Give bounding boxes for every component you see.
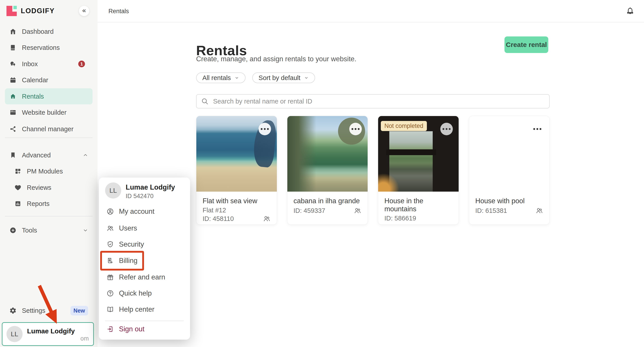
users-icon — [354, 207, 361, 214]
menu-user-name: Lumae Lodgify — [126, 183, 175, 192]
sidebar-item-label: Channel manager — [22, 126, 74, 133]
notifications-bell-icon[interactable] — [626, 7, 634, 16]
inbox-unread-badge: 1 — [78, 60, 85, 67]
sidebar-item-label: Rentals — [22, 93, 44, 100]
sidebar-item-label: PM Modules — [27, 168, 63, 175]
sidebar-item-inbox[interactable]: Inbox 1 — [5, 56, 92, 72]
home-icon — [10, 93, 16, 100]
filter-label: All rentals — [202, 74, 231, 82]
menu-item-quick-help[interactable]: Quick help — [102, 285, 187, 302]
user-account-menu: LL Lumae Lodgify ID 542470 My account Us… — [99, 178, 190, 340]
question-circle-icon — [106, 290, 114, 297]
sidebar-item-reports[interactable]: Reports — [5, 196, 92, 212]
menu-item-label: Help center — [119, 306, 154, 314]
search-icon — [201, 98, 209, 105]
card-options-button[interactable] — [349, 123, 362, 135]
chevron-down-icon — [234, 75, 239, 80]
menu-item-label: Sign out — [119, 325, 144, 333]
sidebar-item-advanced[interactable]: Advanced — [5, 147, 92, 163]
gear-icon — [10, 307, 16, 314]
card-options-button[interactable] — [258, 123, 271, 135]
menu-item-refer-and-earn[interactable]: Refer and earn — [102, 269, 187, 285]
card-options-button[interactable] — [440, 123, 453, 135]
users-icon — [536, 207, 543, 214]
sidebar-divider — [5, 138, 92, 138]
rental-id: ID: 459337 — [294, 207, 325, 214]
rental-card[interactable]: Flat with sea view Flat #12 ID: 458110 — [196, 116, 277, 225]
gift-icon — [106, 274, 114, 281]
sidebar-divider — [5, 216, 92, 216]
menu-account-id: ID 542470 — [126, 193, 154, 200]
sidebar-item-reviews[interactable]: Reviews — [5, 180, 92, 196]
user-name: Lumae Lodgify — [27, 327, 75, 335]
sidebar-item-settings[interactable]: Settings New — [5, 302, 92, 318]
sidebar-item-rentals[interactable]: Rentals — [5, 88, 92, 104]
sidebar-item-pm-modules[interactable]: PM Modules — [5, 163, 92, 179]
card-options-button[interactable] — [531, 123, 544, 135]
rental-title: cabana in ilha grande — [294, 197, 362, 205]
rental-card[interactable]: cabana in ilha grande ID: 459337 — [287, 116, 368, 225]
sidebar-item-tools[interactable]: Tools — [5, 222, 92, 238]
menu-item-security[interactable]: Security — [102, 236, 187, 252]
create-rental-button[interactable]: Create rental — [504, 36, 548, 53]
menu-item-sign-out[interactable]: Sign out — [102, 321, 187, 337]
sidebar: LODGIFY « Dashboard Reservations Inbox 1… — [0, 0, 98, 347]
menu-item-label: Refer and earn — [119, 273, 165, 281]
menu-item-users[interactable]: Users — [102, 220, 187, 236]
users-icon — [263, 215, 270, 222]
menu-item-label: Quick help — [119, 289, 152, 297]
sort-by-default[interactable]: Sort by default — [252, 72, 315, 83]
sidebar-collapse-button[interactable]: « — [79, 6, 89, 16]
heart-icon — [14, 184, 22, 191]
rental-id: ID: 586619 — [384, 215, 416, 222]
billing-receipt-icon — [106, 257, 114, 264]
sidebar-item-label: Reports — [27, 200, 50, 208]
rental-cards-grid: Flat with sea view Flat #12 ID: 458110 c… — [196, 116, 550, 225]
rental-id: ID: 458110 — [202, 215, 234, 222]
sidebar-item-channel-manager[interactable]: Channel manager — [5, 121, 92, 137]
filter-all-rentals[interactable]: All rentals — [196, 72, 246, 83]
sidebar-item-reservations[interactable]: Reservations — [5, 40, 92, 56]
sidebar-user-card[interactable]: LL Lumae Lodgify om — [2, 322, 94, 346]
sidebar-item-website-builder[interactable]: Website builder — [5, 104, 92, 120]
rental-card[interactable]: Not completed House in the mountains ID:… — [378, 116, 459, 225]
not-completed-badge: Not completed — [381, 121, 427, 131]
sidebar-item-label: Settings — [22, 307, 46, 314]
menu-item-label: Security — [119, 240, 144, 248]
card-info: Flat with sea view Flat #12 ID: 458110 — [196, 192, 277, 222]
calendar-icon — [10, 76, 16, 84]
avatar-initials: LL — [11, 330, 18, 338]
rental-card[interactable]: House with pool ID: 615381 — [469, 116, 550, 225]
avatar-initials: LL — [109, 187, 117, 194]
sidebar-item-label: Dashboard — [22, 28, 54, 35]
card-info: cabana in ilha grande ID: 459337 — [287, 192, 368, 214]
users-icon — [106, 224, 114, 232]
sidebar-item-label: Tools — [22, 227, 37, 234]
open-book-icon — [106, 306, 114, 313]
bookmark-icon — [10, 152, 16, 159]
menu-item-label: Users — [119, 224, 137, 232]
search-input[interactable] — [196, 94, 550, 108]
sidebar-item-label: Reservations — [22, 44, 60, 52]
sidebar-item-label: Advanced — [22, 152, 51, 159]
plus-circle-icon — [10, 227, 16, 234]
sidebar-item-calendar[interactable]: Calendar — [5, 72, 92, 88]
collapse-chevrons-icon: « — [82, 6, 86, 14]
chevron-down-icon — [83, 228, 88, 233]
rental-title: House in the mountains — [384, 197, 452, 213]
menu-item-label: My account — [119, 208, 154, 216]
sidebar-item-dashboard[interactable]: Dashboard — [5, 24, 92, 40]
breadcrumb: Rentals — [108, 0, 129, 22]
filters-row: All rentals Sort by default — [196, 72, 315, 83]
menu-item-my-account[interactable]: My account — [102, 204, 187, 220]
menu-item-billing[interactable]: Billing — [102, 253, 187, 269]
menu-item-help-center[interactable]: Help center — [102, 302, 187, 318]
chevron-up-icon — [83, 152, 88, 158]
rental-title: House with pool — [476, 197, 544, 205]
page-subtitle: Create, manage, and assign rentals to yo… — [196, 55, 356, 63]
chevron-down-icon — [304, 75, 309, 80]
sidebar-item-label: Reviews — [27, 184, 52, 192]
lodgify-app: LODGIFY « Dashboard Reservations Inbox 1… — [0, 0, 644, 347]
menu-item-label: Billing — [119, 257, 138, 265]
topbar: Rentals — [98, 0, 644, 22]
